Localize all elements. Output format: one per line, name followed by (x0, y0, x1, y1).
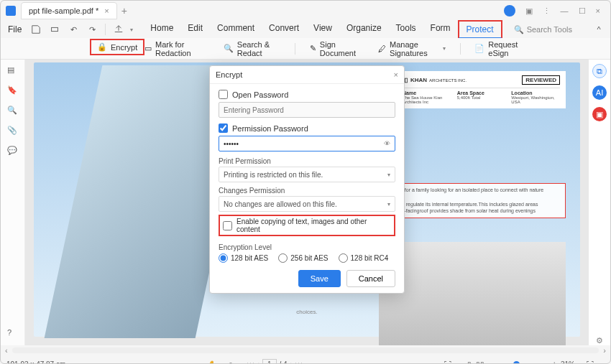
svg-rect-1 (52, 27, 58, 31)
open-password-input[interactable] (219, 102, 395, 118)
menu-protect[interactable]: Protect (458, 20, 502, 39)
scroll-right-icon[interactable]: › (603, 346, 606, 355)
zoom-out-icon[interactable]: − (489, 360, 493, 365)
ai-icon[interactable]: AI (592, 85, 607, 100)
page-number-input[interactable]: 1 (262, 359, 277, 365)
two-page-icon[interactable]: ▯▯ (476, 360, 484, 365)
col-area: Area Space5,400ft Total (457, 90, 506, 104)
open-password-label: Open Password (232, 90, 288, 99)
h-scrollbar[interactable]: ‹ › (1, 345, 610, 355)
search-tools[interactable]: 🔍 Search Tools (514, 25, 572, 34)
select-tool-icon[interactable]: ▭ (219, 360, 226, 365)
attachment-icon[interactable]: 📎 (7, 126, 19, 137)
manage-signatures-button[interactable]: 🖊 Manage Signatures ▾ (372, 38, 451, 60)
mark-redaction-label: Mark for Redaction (155, 40, 205, 57)
collapse-ribbon-icon[interactable]: ^ (592, 22, 606, 37)
search-redact-label: Search & Redact (237, 40, 280, 57)
scroll-left-icon[interactable]: ‹ (5, 346, 8, 355)
request-esign-button[interactable]: 📄 Request eSign (469, 38, 531, 60)
changes-permission-label: Changes Permission (219, 187, 395, 195)
settings-icon[interactable]: ⚙ (596, 336, 603, 345)
kebab-icon[interactable]: ⋮ (543, 6, 551, 16)
help-icon[interactable]: ? (7, 328, 19, 340)
cursor-tool-icon[interactable]: ↖ (229, 360, 234, 365)
encrypt-button[interactable]: 🔒 Encrypt (90, 39, 144, 55)
mark-redaction-button[interactable]: ▭ Mark for Redaction (139, 38, 211, 60)
save-button[interactable]: Save (298, 270, 341, 287)
fullscreen-icon[interactable]: ⛶ (587, 360, 594, 365)
properties-icon[interactable]: ⧉ (592, 64, 607, 78)
redo-icon[interactable]: ↷ (85, 22, 99, 37)
window-panel-icon[interactable]: ▣ (525, 6, 533, 16)
statusbar: 101.93 x 47.87 cm ✋ ▭ ↖ ⏮ ‹ 1 / 4 › ⏭ ⛶ … (1, 355, 610, 364)
encryption-level-label: Encryption Level (219, 243, 395, 251)
search-panel-icon[interactable]: 🔍 (7, 106, 19, 117)
next-page-icon[interactable]: › (290, 360, 293, 365)
prev-page-icon[interactable]: ‹ (257, 360, 259, 365)
radio-256aes[interactable]: 256 bit AES (278, 253, 328, 263)
changes-permission-select[interactable]: No changes are allowed on this file.▾ (219, 196, 395, 212)
building-image-2 (379, 242, 566, 345)
open-password-check[interactable]: Open Password (219, 90, 395, 99)
share-caret-icon[interactable]: ▾ (130, 27, 133, 33)
sign-document-button[interactable]: ✎ Sign Document (304, 38, 365, 60)
dialog-close-icon[interactable]: × (394, 70, 398, 79)
menu-comment[interactable]: Comment (210, 20, 262, 39)
tab-current[interactable]: ppt file-sample.pdf * × (21, 2, 117, 19)
share-icon[interactable] (111, 22, 126, 37)
file-menu[interactable]: File (5, 24, 24, 34)
permission-password-input[interactable]: ••••••👁 (219, 136, 395, 151)
print-permission-select[interactable]: Printing is restricted on this file.▾ (219, 167, 395, 182)
main-menu: Home Edit Comment Convert View Organize … (143, 20, 502, 39)
lock-icon: 🔒 (97, 42, 107, 52)
alert-icon[interactable]: ▣ (592, 107, 607, 121)
last-page-icon[interactable]: ⏭ (295, 360, 303, 365)
print-permission-label: Print Permission (219, 157, 395, 165)
close-window-icon[interactable]: × (596, 6, 600, 15)
scroll-track[interactable] (12, 347, 599, 353)
print-icon[interactable] (47, 22, 62, 37)
comments-icon[interactable]: 💬 (7, 146, 19, 157)
menu-view[interactable]: View (306, 20, 339, 39)
single-page-icon[interactable]: ▯ (467, 360, 472, 365)
quickbar: File ↶ ↷ ▾ Home Edit Comment Convert Vie… (1, 21, 610, 38)
menu-convert[interactable]: Convert (262, 20, 306, 39)
hand-tool-icon[interactable]: ✋ (208, 360, 216, 365)
enable-copying-checkbox[interactable] (223, 221, 232, 230)
tab-add-icon[interactable]: + (121, 5, 127, 17)
first-page-icon[interactable]: ⏮ (247, 360, 254, 365)
menu-home[interactable]: Home (143, 20, 180, 39)
zoom-caret-icon[interactable]: ▾ (579, 361, 582, 365)
radio-128aes[interactable]: 128 bit AES (219, 253, 268, 263)
minimize-icon[interactable]: — (561, 6, 569, 15)
permission-password-check[interactable]: Permission Password (219, 123, 395, 133)
maximize-icon[interactable]: ☐ (579, 6, 586, 16)
fit-page-icon[interactable]: ⛶ (444, 360, 451, 365)
cancel-button[interactable]: Cancel (346, 270, 395, 287)
thumbnails-icon[interactable]: ▤ (7, 65, 19, 77)
radio-128rc4[interactable]: 128 bit RC4 (339, 253, 389, 263)
menu-form[interactable]: Form (423, 20, 458, 39)
fit-width-icon[interactable]: ↔ (456, 360, 463, 365)
save-icon[interactable] (29, 22, 43, 37)
undo-icon[interactable]: ↶ (66, 22, 81, 37)
tab-title: ppt file-sample.pdf * (29, 6, 98, 15)
enable-copying-check[interactable]: Enable copying of text, images and other… (223, 218, 391, 233)
menu-organize[interactable]: Organize (339, 20, 389, 39)
permission-password-checkbox[interactable] (219, 123, 228, 133)
zoom-in-icon[interactable]: + (552, 360, 556, 365)
menu-edit[interactable]: Edit (180, 20, 210, 39)
request-esign-label: Request eSign (488, 40, 525, 57)
signatures-icon: 🖊 (378, 45, 386, 53)
read-mode-icon[interactable]: ▭ (598, 360, 605, 365)
brand: ◧ KHAN ARCHITECTS INC. (403, 77, 467, 83)
divider (460, 43, 461, 55)
menu-tools[interactable]: Tools (389, 20, 423, 39)
search-redact-button[interactable]: 🔍 Search & Redact (218, 38, 286, 60)
open-password-checkbox[interactable] (219, 90, 228, 99)
esign-icon: 📄 (474, 44, 484, 53)
doc-header-card: ◧ KHAN ARCHITECTS INC. REVIEWED NameThe … (397, 71, 566, 108)
avatar[interactable] (504, 5, 515, 17)
bookmark-icon[interactable]: 🔖 (7, 85, 19, 97)
close-icon[interactable]: × (104, 6, 109, 15)
